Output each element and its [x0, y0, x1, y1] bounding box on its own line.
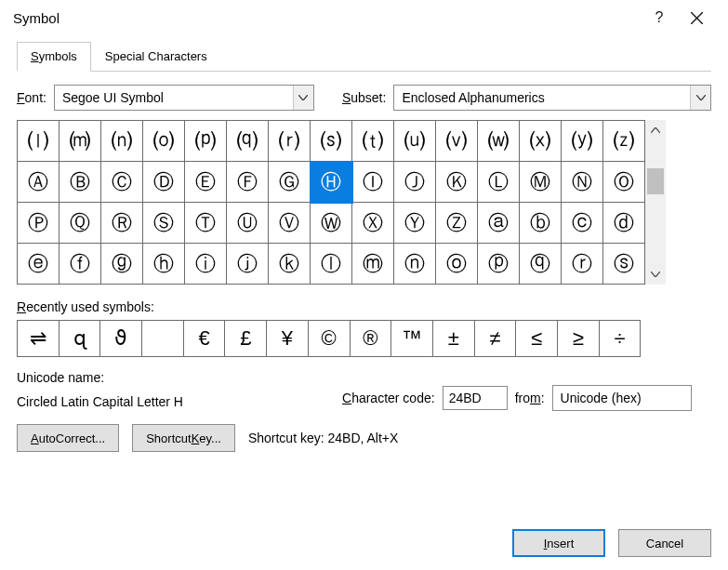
symbol-cell[interactable]: Ⓑ — [60, 162, 101, 203]
insert-button[interactable]: Insert — [512, 529, 605, 557]
symbol-grid[interactable]: ⒧⒨⒩⒪⒫⒬⒭⒮⒯⒰⒱⒲⒳⒴⒵ⒶⒷⒸⒹⒺⒻⒼⒽⒾⒿⓀⓁⓂⓃⓄⓅⓆⓇⓈⓉⓊⓋⓌⓍⓎ… — [17, 120, 645, 285]
font-combo[interactable] — [54, 85, 314, 111]
symbol-cell[interactable]: Ⓒ — [101, 162, 143, 203]
symbol-cell[interactable]: ⓐ — [478, 203, 520, 244]
symbol-cell[interactable]: Ⓘ — [352, 162, 394, 203]
symbol-cell[interactable]: ⒬ — [227, 121, 269, 162]
recent-symbol-cell[interactable]: ÷ — [599, 321, 641, 357]
symbol-cell[interactable]: ⓗ — [143, 244, 185, 285]
symbol-cell[interactable]: ⒱ — [436, 121, 478, 162]
symbol-cell[interactable]: Ⓙ — [394, 162, 436, 203]
autocorrect-button[interactable]: AutoCorrect... — [17, 424, 119, 452]
symbol-cell[interactable]: ⓚ — [269, 244, 311, 285]
symbol-cell[interactable]: ⒴ — [562, 121, 603, 162]
symbol-cell[interactable]: Ⓐ — [18, 162, 60, 203]
scroll-up-button[interactable] — [645, 120, 666, 140]
symbol-cell[interactable]: ⓔ — [18, 244, 60, 285]
symbol-cell[interactable]: ⓜ — [352, 244, 394, 285]
scroll-thumb[interactable] — [647, 168, 664, 194]
grid-scrollbar[interactable] — [645, 120, 666, 285]
symbol-cell[interactable]: Ⓦ — [311, 203, 352, 244]
symbol-cell[interactable]: ⓛ — [311, 244, 352, 285]
symbol-cell[interactable]: ⓘ — [185, 244, 227, 285]
symbol-cell[interactable]: ⓖ — [101, 244, 143, 285]
subset-combo[interactable] — [393, 85, 711, 111]
from-combo[interactable] — [552, 385, 692, 411]
recent-symbol-cell[interactable]: £ — [225, 321, 267, 357]
symbol-cell[interactable]: Ⓚ — [436, 162, 478, 203]
symbol-cell[interactable]: ⓝ — [394, 244, 436, 285]
recent-symbol-cell[interactable]: ¥ — [267, 321, 309, 357]
symbol-cell[interactable]: ⒳ — [520, 121, 562, 162]
subset-dropdown-button[interactable] — [690, 86, 710, 110]
symbol-cell[interactable]: Ⓗ — [311, 162, 352, 203]
symbol-cell[interactable]: Ⓜ — [520, 162, 562, 203]
subset-input[interactable] — [394, 86, 690, 110]
symbol-cell[interactable]: Ⓝ — [562, 162, 603, 203]
symbol-cell[interactable]: Ⓞ — [603, 162, 645, 203]
close-button[interactable] — [678, 3, 715, 33]
symbol-cell[interactable]: ⒮ — [311, 121, 352, 162]
tab-symbols[interactable]: Symbols — [17, 42, 91, 72]
symbol-cell[interactable]: ⒰ — [394, 121, 436, 162]
font-dropdown-button[interactable] — [293, 86, 313, 110]
symbol-cell[interactable]: ⒫ — [185, 121, 227, 162]
recent-symbol-cell[interactable] — [142, 321, 184, 357]
subset-label: Subset: — [342, 90, 386, 105]
tab-special-characters[interactable]: Special Characters — [91, 42, 221, 72]
symbol-cell[interactable]: ⓙ — [227, 244, 269, 285]
symbol-cell[interactable]: ⒲ — [478, 121, 520, 162]
symbol-cell[interactable]: Ⓔ — [185, 162, 227, 203]
shortcut-key-button[interactable]: Shortcut Key... — [132, 424, 235, 452]
symbol-cell[interactable]: Ⓡ — [101, 203, 143, 244]
symbol-cell[interactable]: Ⓣ — [185, 203, 227, 244]
recent-symbol-cell[interactable]: € — [183, 321, 225, 357]
symbol-cell[interactable]: ⓠ — [520, 244, 562, 285]
symbol-cell[interactable]: Ⓤ — [227, 203, 269, 244]
symbol-cell[interactable]: ⓑ — [520, 203, 562, 244]
recent-symbol-cell[interactable]: ɋ — [59, 321, 100, 357]
symbol-cell[interactable]: ⒭ — [269, 121, 311, 162]
symbol-cell[interactable]: Ⓩ — [436, 203, 478, 244]
symbol-cell[interactable]: Ⓖ — [269, 162, 311, 203]
symbol-cell[interactable]: ⓞ — [436, 244, 478, 285]
symbol-cell[interactable]: ⒧ — [18, 121, 60, 162]
recent-symbol-cell[interactable]: ± — [432, 321, 474, 357]
recent-symbol-cell[interactable]: ⇌ — [18, 321, 60, 357]
symbol-cell[interactable]: Ⓕ — [227, 162, 269, 203]
scroll-down-button[interactable] — [645, 264, 666, 285]
symbol-cell[interactable]: ⒵ — [603, 121, 645, 162]
recent-symbols-grid[interactable]: ⇌ɋϑ€£¥©®™±≠≤≥÷ — [17, 320, 641, 357]
symbol-cell[interactable]: ⓡ — [562, 244, 603, 285]
symbol-cell[interactable]: Ⓢ — [143, 203, 185, 244]
recent-symbol-cell[interactable]: ™ — [391, 321, 433, 357]
recent-symbol-cell[interactable]: ≠ — [474, 321, 516, 357]
symbol-cell[interactable]: ⒪ — [143, 121, 185, 162]
symbol-cell[interactable]: Ⓠ — [60, 203, 101, 244]
recent-symbol-cell[interactable]: ϑ — [100, 321, 142, 357]
char-code-input[interactable] — [443, 386, 508, 410]
symbol-cell[interactable]: Ⓓ — [143, 162, 185, 203]
help-button[interactable]: ? — [641, 3, 678, 33]
symbol-cell[interactable]: ⓕ — [60, 244, 101, 285]
recent-symbol-cell[interactable]: ® — [350, 321, 391, 357]
symbol-cell[interactable]: ⒨ — [60, 121, 101, 162]
recent-symbol-cell[interactable]: ≤ — [516, 321, 558, 357]
symbol-cell[interactable]: ⓒ — [562, 203, 603, 244]
from-input[interactable] — [553, 386, 728, 410]
symbol-cell[interactable]: ⒩ — [101, 121, 143, 162]
symbol-cell[interactable]: ⒯ — [352, 121, 394, 162]
font-input[interactable] — [55, 86, 293, 110]
symbol-cell[interactable]: ⓟ — [478, 244, 520, 285]
symbol-cell[interactable]: ⓢ — [603, 244, 645, 285]
symbol-cell[interactable]: Ⓧ — [352, 203, 394, 244]
symbol-cell[interactable]: ⓓ — [603, 203, 645, 244]
symbol-cell[interactable]: Ⓟ — [18, 203, 60, 244]
scroll-track[interactable] — [645, 140, 666, 264]
symbol-cell[interactable]: Ⓛ — [478, 162, 520, 203]
symbol-cell[interactable]: Ⓥ — [269, 203, 311, 244]
cancel-button[interactable]: Cancel — [618, 529, 711, 557]
symbol-cell[interactable]: Ⓨ — [394, 203, 436, 244]
recent-symbol-cell[interactable]: ≥ — [557, 321, 599, 357]
recent-symbol-cell[interactable]: © — [308, 321, 350, 357]
